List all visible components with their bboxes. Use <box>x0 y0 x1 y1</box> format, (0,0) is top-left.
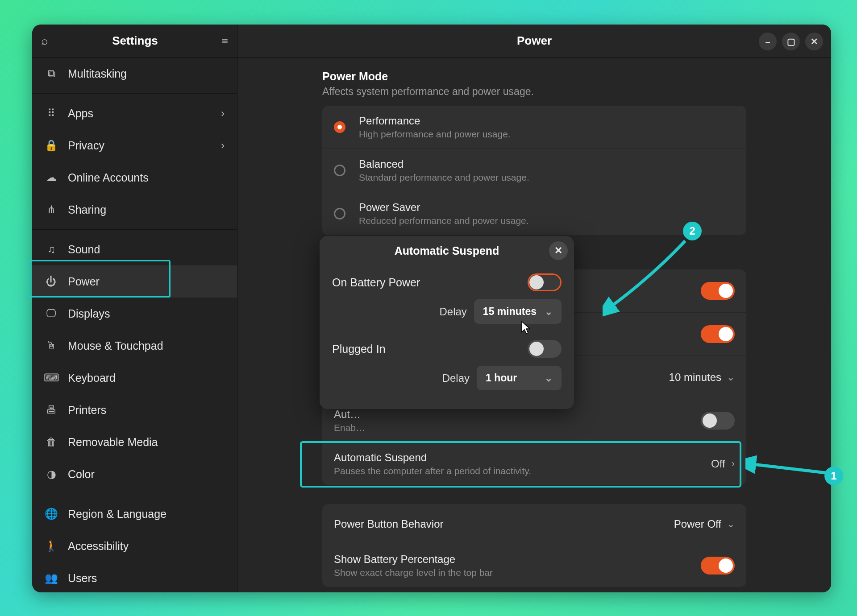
sidebar-item-label: Keyboard <box>68 372 116 384</box>
sidebar-item-label: Region & Language <box>68 508 166 521</box>
sidebar-item-printers[interactable]: 🖶 Printers <box>32 394 237 426</box>
dropdown[interactable]: Power Off⌄ <box>674 518 735 530</box>
sidebar: ⌕ Settings ≡ ⧉ Multitasking ⠿ Apps ›🔒 Pr… <box>32 25 237 592</box>
sidebar-item-label: Online Accounts <box>68 171 149 184</box>
dialog-plugged-label: Plugged In <box>332 343 386 356</box>
chevron-down-icon: ⌄ <box>545 372 553 384</box>
chevron-down-icon: ⌄ <box>727 518 735 530</box>
dialog-title: Automatic Suspend <box>395 244 499 257</box>
power-mode-subtitle: Affects system performance and power usa… <box>322 86 746 98</box>
sidebar-icon: 🖵 <box>45 307 58 320</box>
dialog-plugged-toggle[interactable] <box>528 340 562 358</box>
sidebar-icon: ⠿ <box>45 107 58 120</box>
setting-row: Show Battery Percentage Show exact charg… <box>322 544 746 587</box>
main-header: Power – ▢ ✕ <box>237 25 831 58</box>
sidebar-item-label: Color <box>68 468 95 481</box>
bottom-card: Power Button Behavior Power Off⌄Show Bat… <box>322 504 746 587</box>
power-mode-title: Power Mode <box>322 70 746 83</box>
sidebar-item-removable-media[interactable]: 🗑 Removable Media <box>32 426 237 458</box>
sidebar-item-multitasking[interactable]: ⧉ Multitasking <box>32 58 237 90</box>
sidebar-item-online-accounts[interactable]: ☁ Online Accounts <box>32 161 237 194</box>
sidebar-item-privacy[interactable]: 🔒 Privacy › <box>32 129 237 161</box>
sidebar-icon: ⏻ <box>45 275 58 288</box>
radio-button[interactable] <box>334 165 345 176</box>
sidebar-icon: 🌐 <box>45 508 58 520</box>
toggle-switch[interactable] <box>701 325 735 343</box>
sidebar-item-label: Displays <box>68 307 110 320</box>
sidebar-icon: 🖶 <box>45 404 58 416</box>
sidebar-item-keyboard[interactable]: ⌨ Keyboard <box>32 362 237 394</box>
sidebar-item-label: Accessibility <box>68 540 129 553</box>
toggle-switch[interactable] <box>701 412 735 430</box>
dialog-battery-label: On Battery Power <box>332 276 420 289</box>
chevron-right-icon: › <box>221 139 225 152</box>
sidebar-icon: ☁ <box>45 171 58 184</box>
sidebar-title: Settings <box>48 34 222 48</box>
sidebar-item-label: Removable Media <box>68 436 158 449</box>
minimize-button[interactable]: – <box>759 33 777 50</box>
sidebar-item-label: Sound <box>68 243 100 256</box>
sidebar-item-label: Power <box>68 275 100 288</box>
dialog-close-button[interactable]: ✕ <box>549 241 568 260</box>
chevron-right-icon: › <box>732 458 735 470</box>
dialog-plugged-delay-dropdown[interactable]: 1 hour ⌄ <box>477 366 562 390</box>
window-controls: – ▢ ✕ <box>759 33 823 50</box>
automatic-suspend-dialog: Automatic Suspend ✕ On Battery Power Del… <box>320 236 574 409</box>
sidebar-icon: ◑ <box>45 468 58 480</box>
dialog-plugged-row: Plugged In <box>320 332 574 366</box>
sidebar-icon: 🗑 <box>45 436 58 448</box>
sidebar-item-label: Printers <box>68 404 106 417</box>
chevron-down-icon: ⌄ <box>545 306 553 318</box>
maximize-button[interactable]: ▢ <box>782 33 800 50</box>
sidebar-item-mouse-touchpad[interactable]: 🖱 Mouse & Touchpad <box>32 330 237 362</box>
dropdown[interactable]: 10 minutes⌄ <box>669 371 735 384</box>
radio-button[interactable] <box>334 208 345 219</box>
close-button[interactable]: ✕ <box>805 33 823 50</box>
power-mode-option[interactable]: Balanced Standard performance and power … <box>322 149 746 192</box>
sidebar-icon: 🚶 <box>45 540 58 552</box>
dialog-battery-delay-row: Delay 15 minutes ⌄ <box>320 299 574 332</box>
sidebar-icon: 👥 <box>45 572 58 584</box>
power-mode-section: Power Mode Affects system performance an… <box>322 70 746 235</box>
sidebar-item-label: Users <box>68 572 97 585</box>
search-icon[interactable]: ⌕ <box>41 34 48 48</box>
setting-row: Power Button Behavior Power Off⌄ <box>322 504 746 544</box>
sidebar-item-power[interactable]: ⏻ Power <box>32 265 237 298</box>
toggle-switch[interactable] <box>701 282 735 300</box>
sidebar-item-label: Multitasking <box>68 67 127 80</box>
sidebar-item-label: Mouse & Touchpad <box>68 339 163 352</box>
sidebar-header: ⌕ Settings ≡ <box>32 25 237 58</box>
sidebar-item-sound[interactable]: ♫ Sound <box>32 233 237 265</box>
hamburger-icon[interactable]: ≡ <box>222 35 228 47</box>
dialog-battery-delay-dropdown[interactable]: 15 minutes ⌄ <box>474 299 562 324</box>
dialog-battery-toggle[interactable] <box>528 273 562 291</box>
toggle-switch[interactable] <box>701 557 735 575</box>
sidebar-item-label: Privacy <box>68 139 104 152</box>
page-title: Power <box>517 34 552 48</box>
dialog-battery-row: On Battery Power <box>320 265 574 299</box>
chevron-down-icon: ⌄ <box>727 372 735 383</box>
sidebar-item-label: Apps <box>68 107 93 120</box>
sidebar-item-apps[interactable]: ⠿ Apps › <box>32 97 237 129</box>
power-mode-card: Performance High performance and power u… <box>322 106 746 235</box>
automatic-suspend-row[interactable]: Automatic Suspend Pauses the computer af… <box>322 442 746 485</box>
delay-label-2: Delay <box>442 372 470 384</box>
sidebar-icon: ♫ <box>45 243 58 256</box>
dialog-header: Automatic Suspend ✕ <box>320 236 574 265</box>
power-mode-option[interactable]: Performance High performance and power u… <box>322 106 746 149</box>
sidebar-icon: 🖱 <box>45 339 58 352</box>
sidebar-item-region-language[interactable]: 🌐 Region & Language <box>32 498 237 530</box>
link-value[interactable]: Off› <box>711 458 735 470</box>
sidebar-item-accessibility[interactable]: 🚶 Accessibility <box>32 530 237 562</box>
power-mode-option[interactable]: Power Saver Reduced performance and powe… <box>322 192 746 235</box>
sidebar-item-users[interactable]: 👥 Users <box>32 562 237 592</box>
sidebar-item-label: Sharing <box>68 203 106 216</box>
sidebar-list: ⧉ Multitasking ⠿ Apps ›🔒 Privacy ›☁ Onli… <box>32 58 237 592</box>
sidebar-item-displays[interactable]: 🖵 Displays <box>32 298 237 330</box>
delay-label-1: Delay <box>439 306 466 318</box>
sidebar-item-color[interactable]: ◑ Color <box>32 458 237 490</box>
sidebar-icon: ⌨ <box>45 372 58 384</box>
sidebar-item-sharing[interactable]: ⋔ Sharing <box>32 194 237 226</box>
sidebar-icon: ⋔ <box>45 203 58 216</box>
radio-button[interactable] <box>334 121 345 133</box>
